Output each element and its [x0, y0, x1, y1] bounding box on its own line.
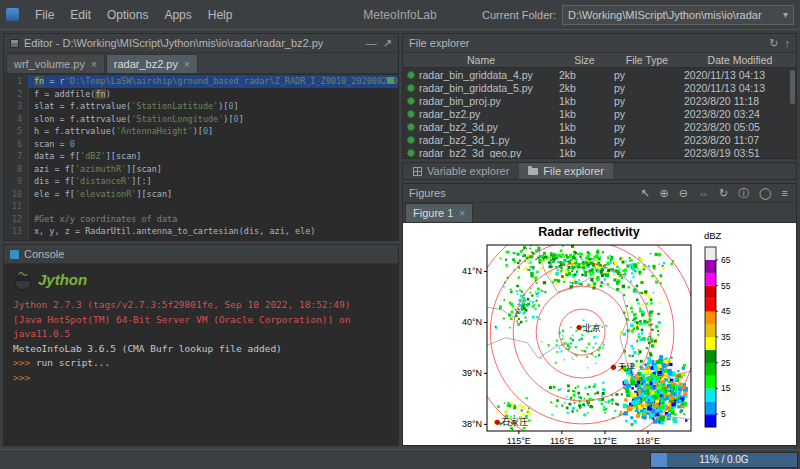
parent-folder-icon[interactable]: ↑ [785, 37, 791, 49]
file-date: 2023/8/20 11:18 [680, 95, 796, 107]
column-header-name[interactable]: Name [403, 54, 555, 66]
file-date: 2023/8/20 11:07 [680, 134, 796, 146]
tab-variable-explorer[interactable]: Variable explorer [404, 163, 518, 179]
column-header-date-modified[interactable]: Date Modified [680, 54, 796, 66]
figures-tabbar: Figure 1 × [403, 203, 796, 223]
file-name: radar_bin_griddata_5.py [419, 82, 533, 94]
file-type: py [610, 134, 680, 146]
code-line: 3slat = f.attrvalue('StationLatitude')[0… [4, 100, 398, 113]
console-output[interactable]: Jython Jython 2.7.3 (tags/v2.7.3:5f29801… [4, 264, 398, 445]
svg-text:39°N: 39°N [462, 368, 482, 378]
file-date: 2020/11/13 04:13 [680, 82, 796, 94]
code-line: 9dis = f['distanceR'][:] [4, 175, 398, 188]
current-folder-combo[interactable]: D:\Working\MIScript\Jython\mis\io\radar … [562, 5, 794, 25]
svg-text:55: 55 [721, 281, 731, 291]
code-line: 10ele = f['elevationR'][scan] [4, 188, 398, 201]
python-file-icon [407, 84, 415, 92]
select-arrow-icon[interactable]: ↖ [638, 187, 651, 200]
scrollbar[interactable] [790, 70, 795, 104]
svg-text:25: 25 [721, 358, 731, 368]
svg-text:38°N: 38°N [462, 419, 482, 429]
svg-text:35: 35 [721, 332, 731, 342]
zoom-out-icon[interactable]: ⊖ [677, 187, 690, 200]
editor-tab-radar-bz2-py[interactable]: radar_bz2.py× [106, 54, 198, 73]
code-line: 4slon = f.attrvalue('StationLongitude')[… [4, 113, 398, 126]
code-line: 11 [4, 200, 398, 213]
window-title: MeteoInfoLab [363, 0, 436, 30]
menu-item-apps[interactable]: Apps [156, 6, 199, 24]
full-extent-icon[interactable]: ◯ [757, 187, 773, 200]
menu-item-help[interactable]: Help [200, 6, 241, 24]
code-line: 1fn = r'D:\Temp\LaSW\airship\ground_base… [4, 75, 398, 88]
file-row[interactable]: radar_bz2_3d_1.py1kbpy2023/8/20 11:07 [403, 133, 796, 146]
file-size: 2kb [555, 69, 610, 81]
code-line: 5h = f.attrvalue('AntennaHeight')[0] [4, 125, 398, 138]
console-icon [10, 250, 19, 259]
file-row[interactable]: radar_bin_griddata_4.py2kbpy2020/11/13 0… [403, 68, 796, 81]
current-folder-label: Current Folder: [482, 9, 556, 21]
column-header-size[interactable]: Size [555, 54, 610, 66]
svg-text:15: 15 [721, 383, 731, 393]
file-name: radar_bz2_3d_1.py [419, 134, 510, 146]
figure-area[interactable]: Radar reflectivity115°E116°E117°E118°E41… [403, 223, 796, 445]
console-line: >>> [13, 371, 389, 386]
close-icon[interactable]: × [184, 59, 190, 70]
memory-indicator[interactable]: 11% / 0.0G [650, 452, 798, 468]
file-name: radar_bz2_3d.py [419, 121, 498, 133]
memory-label: 11% / 0.0G [651, 453, 797, 467]
svg-text:117°E: 117°E [593, 436, 617, 445]
refresh-icon[interactable]: ↻ [769, 37, 778, 50]
file-date: 2023/8/19 03:51 [680, 147, 796, 159]
main-area: Editor - D:\Working\MIScript\Jython\mis\… [0, 30, 800, 449]
line-number: 12 [4, 213, 28, 226]
jython-logo: Jython [13, 269, 389, 291]
tab-label: Variable explorer [427, 165, 509, 177]
file-size: 2kb [555, 82, 610, 94]
float-icon[interactable]: ↗ [383, 37, 392, 50]
current-folder-box: Current Folder: D:\Working\MIScript\Jyth… [482, 5, 794, 25]
console-panel-header: Console [4, 245, 398, 264]
app-logo-icon [6, 8, 19, 21]
close-icon[interactable]: × [459, 208, 465, 219]
zoom-in-icon[interactable]: ⊕ [658, 187, 671, 200]
file-row[interactable]: radar_bz2_3d.py1kbpy2023/8/20 05:05 [403, 120, 796, 133]
file-explorer-panel: File explorer ↻↑ NameSizeFile TypeDate M… [402, 33, 797, 159]
file-type: py [610, 69, 680, 81]
file-name: radar_bz2_3d_geo.py [419, 147, 521, 159]
file-size: 1kb [555, 108, 610, 120]
file-row[interactable]: radar_bz2.py1kbpy2023/8/20 03:24 [403, 107, 796, 120]
code-line: 6scan = 0 [4, 138, 398, 151]
console-line: Jython 2.7.3 (tags/v2.7.3:5f29801fe, Sep… [13, 298, 389, 313]
menu-item-file[interactable]: File [27, 6, 62, 24]
code-line: 8azi = f['azimuthR'][scan] [4, 163, 398, 176]
file-row[interactable]: radar_bz2_3d_geo.py1kbpy2023/8/19 03:51 [403, 146, 796, 158]
figure-tab[interactable]: Figure 1 × [405, 203, 473, 222]
menu-icon[interactable]: ≡ [780, 187, 790, 199]
code-line: 7data = f['dBZ'][scan] [4, 150, 398, 163]
rotate-icon[interactable]: ↻ [717, 187, 730, 200]
file-date: 2023/8/20 05:05 [680, 121, 796, 133]
close-icon[interactable]: × [91, 59, 97, 70]
line-number: 8 [4, 163, 28, 176]
file-row[interactable]: radar_bin_griddata_5.py2kbpy2020/11/13 0… [403, 81, 796, 94]
column-header-file-type[interactable]: File Type [610, 54, 680, 66]
menu-item-edit[interactable]: Edit [62, 6, 99, 24]
tab-file-explorer[interactable]: File explorer [519, 163, 613, 179]
identify-icon[interactable]: ⓘ [736, 186, 751, 201]
line-number: 6 [4, 138, 28, 151]
file-row[interactable]: radar_bin_proj.py1kbpy2023/8/20 11:18 [403, 94, 796, 107]
line-number: 1 [4, 75, 28, 88]
menu-item-options[interactable]: Options [99, 6, 156, 24]
pan-icon[interactable]: ⇔ [696, 187, 711, 199]
python-file-icon [407, 110, 415, 118]
minimize-icon[interactable]: — [366, 37, 377, 49]
explorer-tabbar: Variable explorerFile explorer [402, 162, 797, 180]
svg-text:dBZ: dBZ [704, 230, 722, 241]
chevron-down-icon[interactable]: ▾ [780, 9, 791, 20]
editor-tab-wrf-volume-py[interactable]: wrf_volume.py× [6, 54, 105, 73]
line-number: 4 [4, 113, 28, 126]
code-editor[interactable]: 1fn = r'D:\Temp\LaSW\airship\ground_base… [4, 74, 398, 240]
console-line: >>> run script... [13, 356, 389, 371]
editor-header-title: Editor - D:\Working\MIScript\Jython\mis\… [24, 37, 323, 49]
left-column: Editor - D:\Working\MIScript\Jython\mis\… [3, 33, 399, 446]
